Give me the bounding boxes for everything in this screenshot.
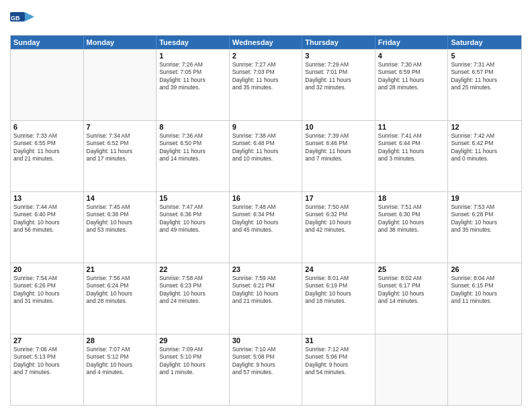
calendar-cell: 11Sunrise: 7:41 AM Sunset: 6:44 PM Dayli…	[375, 121, 449, 191]
day-number: 25	[378, 265, 445, 273]
day-number: 5	[451, 52, 519, 60]
calendar-week-1: 1Sunrise: 7:26 AM Sunset: 7:05 PM Daylig…	[11, 49, 521, 120]
day-info: Sunrise: 7:54 AM Sunset: 6:26 PM Dayligh…	[13, 275, 81, 306]
page: GB SundayMondayTuesdayWednesdayThursdayF…	[0, 0, 532, 411]
day-number: 26	[451, 265, 519, 273]
day-info: Sunrise: 7:44 AM Sunset: 6:40 PM Dayligh…	[13, 203, 81, 234]
calendar-cell	[84, 50, 157, 120]
day-info: Sunrise: 7:42 AM Sunset: 6:42 PM Dayligh…	[451, 132, 519, 163]
calendar-cell	[448, 334, 521, 405]
day-number: 6	[13, 123, 81, 131]
calendar-cell: 20Sunrise: 7:54 AM Sunset: 6:26 PM Dayli…	[11, 263, 84, 334]
day-number: 29	[159, 336, 226, 345]
day-info: Sunrise: 7:29 AM Sunset: 7:01 PM Dayligh…	[305, 61, 372, 92]
calendar-cell: 31Sunrise: 7:12 AM Sunset: 5:06 PM Dayli…	[302, 334, 375, 405]
day-number: 10	[305, 123, 372, 131]
svg-text:GB: GB	[11, 15, 20, 21]
calendar: SundayMondayTuesdayWednesdayThursdayFrid…	[10, 35, 522, 406]
calendar-cell: 10Sunrise: 7:39 AM Sunset: 6:46 PM Dayli…	[302, 121, 375, 191]
day-info: Sunrise: 8:02 AM Sunset: 6:17 PM Dayligh…	[378, 275, 445, 306]
day-number: 22	[159, 265, 226, 273]
weekday-header-friday: Friday	[375, 36, 449, 49]
day-number: 28	[87, 336, 154, 345]
day-number: 23	[232, 265, 300, 273]
calendar-cell: 29Sunrise: 7:09 AM Sunset: 5:10 PM Dayli…	[157, 334, 230, 405]
header: GB	[10, 7, 522, 31]
calendar-week-4: 20Sunrise: 7:54 AM Sunset: 6:26 PM Dayli…	[11, 263, 521, 334]
svg-marker-1	[25, 12, 34, 21]
weekday-header-thursday: Thursday	[302, 36, 375, 49]
day-info: Sunrise: 7:31 AM Sunset: 6:57 PM Dayligh…	[451, 61, 519, 92]
calendar-cell: 22Sunrise: 7:58 AM Sunset: 6:23 PM Dayli…	[157, 263, 230, 334]
calendar-cell: 18Sunrise: 7:51 AM Sunset: 6:30 PM Dayli…	[375, 192, 449, 263]
calendar-cell: 16Sunrise: 7:48 AM Sunset: 6:34 PM Dayli…	[230, 192, 303, 263]
day-info: Sunrise: 7:45 AM Sunset: 6:38 PM Dayligh…	[87, 203, 154, 234]
logo: GB	[10, 7, 36, 31]
calendar-cell: 4Sunrise: 7:30 AM Sunset: 6:59 PM Daylig…	[375, 50, 449, 120]
weekday-header-wednesday: Wednesday	[230, 36, 303, 49]
day-info: Sunrise: 7:38 AM Sunset: 6:48 PM Dayligh…	[232, 132, 300, 163]
day-info: Sunrise: 7:27 AM Sunset: 7:03 PM Dayligh…	[232, 61, 300, 92]
day-info: Sunrise: 7:50 AM Sunset: 6:32 PM Dayligh…	[305, 203, 372, 234]
logo-icon: GB	[10, 7, 34, 31]
weekday-header-monday: Monday	[84, 36, 157, 49]
calendar-cell: 7Sunrise: 7:34 AM Sunset: 6:52 PM Daylig…	[84, 121, 157, 191]
calendar-cell: 26Sunrise: 8:04 AM Sunset: 6:15 PM Dayli…	[448, 263, 521, 334]
day-info: Sunrise: 7:12 AM Sunset: 5:06 PM Dayligh…	[305, 346, 372, 377]
day-info: Sunrise: 7:53 AM Sunset: 6:28 PM Dayligh…	[451, 203, 519, 234]
day-number: 20	[13, 265, 81, 273]
calendar-cell: 8Sunrise: 7:36 AM Sunset: 6:50 PM Daylig…	[157, 121, 230, 191]
day-info: Sunrise: 7:10 AM Sunset: 5:08 PM Dayligh…	[232, 346, 300, 377]
day-number: 13	[13, 194, 81, 202]
calendar-cell: 21Sunrise: 7:56 AM Sunset: 6:24 PM Dayli…	[84, 263, 157, 334]
day-info: Sunrise: 7:30 AM Sunset: 6:59 PM Dayligh…	[378, 61, 445, 92]
day-number: 7	[87, 123, 154, 131]
calendar-cell: 9Sunrise: 7:38 AM Sunset: 6:48 PM Daylig…	[230, 121, 303, 191]
day-number: 24	[305, 265, 372, 273]
day-info: Sunrise: 7:56 AM Sunset: 6:24 PM Dayligh…	[87, 275, 154, 306]
day-number: 8	[159, 123, 226, 131]
calendar-cell: 25Sunrise: 8:02 AM Sunset: 6:17 PM Dayli…	[375, 263, 449, 334]
calendar-cell: 1Sunrise: 7:26 AM Sunset: 7:05 PM Daylig…	[157, 50, 230, 120]
day-info: Sunrise: 7:26 AM Sunset: 7:05 PM Dayligh…	[159, 61, 226, 92]
calendar-cell: 24Sunrise: 8:01 AM Sunset: 6:19 PM Dayli…	[302, 263, 375, 334]
calendar-body: 1Sunrise: 7:26 AM Sunset: 7:05 PM Daylig…	[11, 49, 521, 405]
weekday-header-sunday: Sunday	[11, 36, 84, 49]
day-info: Sunrise: 7:48 AM Sunset: 6:34 PM Dayligh…	[232, 203, 300, 234]
calendar-cell: 23Sunrise: 7:59 AM Sunset: 6:21 PM Dayli…	[230, 263, 303, 334]
day-number: 17	[305, 194, 372, 202]
day-number: 19	[451, 194, 519, 202]
weekday-header-saturday: Saturday	[448, 36, 521, 49]
calendar-cell: 17Sunrise: 7:50 AM Sunset: 6:32 PM Dayli…	[302, 192, 375, 263]
calendar-cell: 15Sunrise: 7:47 AM Sunset: 6:36 PM Dayli…	[157, 192, 230, 263]
calendar-cell: 28Sunrise: 7:07 AM Sunset: 5:12 PM Dayli…	[84, 334, 157, 405]
day-number: 21	[87, 265, 154, 273]
day-info: Sunrise: 7:09 AM Sunset: 5:10 PM Dayligh…	[159, 346, 226, 377]
day-number: 31	[305, 336, 372, 345]
day-number: 15	[159, 194, 226, 202]
day-number: 4	[378, 52, 445, 60]
day-number: 16	[232, 194, 300, 202]
calendar-cell: 13Sunrise: 7:44 AM Sunset: 6:40 PM Dayli…	[11, 192, 84, 263]
day-info: Sunrise: 8:04 AM Sunset: 6:15 PM Dayligh…	[451, 275, 519, 306]
day-info: Sunrise: 7:47 AM Sunset: 6:36 PM Dayligh…	[159, 203, 226, 234]
day-number: 1	[159, 52, 226, 60]
day-info: Sunrise: 7:41 AM Sunset: 6:44 PM Dayligh…	[378, 132, 445, 163]
day-number: 30	[232, 336, 300, 345]
calendar-cell: 19Sunrise: 7:53 AM Sunset: 6:28 PM Dayli…	[448, 192, 521, 263]
day-number: 9	[232, 123, 300, 131]
day-info: Sunrise: 7:51 AM Sunset: 6:30 PM Dayligh…	[378, 203, 445, 234]
day-info: Sunrise: 7:34 AM Sunset: 6:52 PM Dayligh…	[87, 132, 154, 163]
calendar-week-2: 6Sunrise: 7:33 AM Sunset: 6:55 PM Daylig…	[11, 120, 521, 191]
day-number: 12	[451, 123, 519, 131]
calendar-header: SundayMondayTuesdayWednesdayThursdayFrid…	[11, 36, 521, 49]
calendar-cell: 2Sunrise: 7:27 AM Sunset: 7:03 PM Daylig…	[230, 50, 303, 120]
calendar-cell: 12Sunrise: 7:42 AM Sunset: 6:42 PM Dayli…	[448, 121, 521, 191]
calendar-cell	[375, 334, 449, 405]
day-info: Sunrise: 7:33 AM Sunset: 6:55 PM Dayligh…	[13, 132, 81, 163]
day-info: Sunrise: 7:39 AM Sunset: 6:46 PM Dayligh…	[305, 132, 372, 163]
calendar-week-3: 13Sunrise: 7:44 AM Sunset: 6:40 PM Dayli…	[11, 191, 521, 263]
day-info: Sunrise: 7:36 AM Sunset: 6:50 PM Dayligh…	[159, 132, 226, 163]
day-number: 14	[87, 194, 154, 202]
calendar-cell: 14Sunrise: 7:45 AM Sunset: 6:38 PM Dayli…	[84, 192, 157, 263]
